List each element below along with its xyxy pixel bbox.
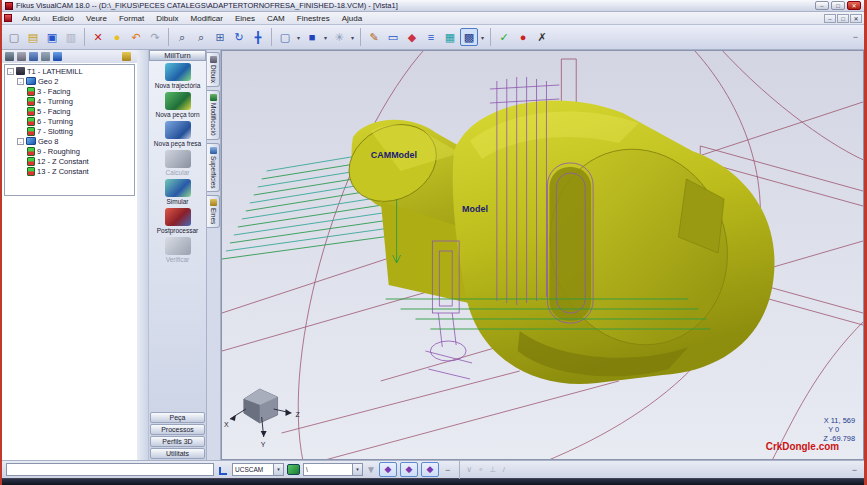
lock-icon[interactable] [122,52,131,61]
tree-op-label[interactable]: 7 - Slotting [37,127,73,136]
menu-eines[interactable]: Eines [229,13,261,24]
menu-format[interactable]: Format [113,13,150,24]
expand-icon[interactable]: - [17,78,24,85]
tab-perfils-3d[interactable]: Perfils 3D [150,436,205,447]
tree-group-label[interactable]: Geo 8 [38,137,58,146]
zoom-window-icon[interactable]: ⌕ [192,28,210,46]
tree-group-label[interactable]: Geo 2 [38,77,58,86]
filter-funnel-icon[interactable]: ▼ [366,464,376,475]
tree-op-row[interactable]: 12 - Z Constant [27,156,134,166]
delete-icon[interactable]: ✕ [89,28,107,46]
cam-tool-icon[interactable]: ◆ [403,28,421,46]
stop-icon[interactable]: ● [514,28,532,46]
tab-superficies[interactable]: Superfícies [207,143,220,193]
expand-icon[interactable]: - [7,68,14,75]
new-toolpath-button[interactable]: Nova trajectòria [149,61,206,90]
tree-op-label[interactable]: 13 - Z Constant [37,167,89,176]
tab-dibuix[interactable]: Dibuix [207,52,220,87]
pan-icon[interactable]: ╋ [249,28,267,46]
minimize-button[interactable]: ‒ [815,1,829,10]
tree-group-row[interactable]: - Geo 8 [15,136,134,146]
menu-arxiu[interactable]: Arxiu [16,13,46,24]
panel-splitter[interactable] [137,50,148,460]
tools-icon[interactable] [17,52,26,61]
maximize-button[interactable]: □ [831,1,845,10]
tree-op-row[interactable]: 7 - Slotting [27,126,134,136]
menu-edicio[interactable]: Edició [46,13,80,24]
zoom-icon[interactable]: ⌕ [173,28,191,46]
tab-utilitats[interactable]: Utilitats [150,448,205,459]
tree-op-row[interactable]: 6 - Turning [27,116,134,126]
plot-icon[interactable] [29,52,38,61]
wireframe-view-icon[interactable]: ▢ [276,28,294,46]
monitor-icon[interactable] [5,52,14,61]
postprocess-machine-icon[interactable]: ▩ [460,28,478,46]
globe-icon[interactable] [41,52,50,61]
simulate-machine-icon[interactable]: ▦ [441,28,459,46]
tree-group-row[interactable]: - Geo 2 [15,76,134,86]
tree-root-row[interactable]: - T1 - LATHEMILL [5,66,134,76]
expand-icon[interactable]: - [17,138,24,145]
view-option-1-button[interactable]: ◆ [379,462,397,477]
report-icon[interactable] [53,52,62,61]
zoom-fit-icon[interactable]: ⊞ [211,28,229,46]
tree-op-row[interactable]: 13 - Z Constant [27,166,134,176]
tree-op-label[interactable]: 6 - Turning [37,117,73,126]
new-lathe-part-button[interactable]: Nova peça torn [149,90,206,119]
tree-op-row[interactable]: 4 - Turning [27,96,134,106]
toolpath-lines-icon[interactable]: ≡ [422,28,440,46]
tree-op-row[interactable]: 9 - Roughing [27,146,134,156]
tree-op-row[interactable]: 5 - Facing [27,106,134,116]
menu-modificar[interactable]: Modificar [185,13,229,24]
menu-ajuda[interactable]: Ajuda [336,13,368,24]
tree-root-label[interactable]: T1 - LATHEMILL [27,67,83,76]
new-file-icon[interactable]: ▢ [5,28,23,46]
measure-icon[interactable]: ✎ [365,28,383,46]
rotate-view-icon[interactable]: ↻ [230,28,248,46]
tab-peca[interactable]: Peça [150,412,205,423]
tree-op-label[interactable]: 4 - Turning [37,97,73,106]
child-minimize-button[interactable]: ‒ [824,14,836,23]
circle-tool-icon[interactable]: ● [108,28,126,46]
stock-box-icon[interactable]: ▭ [384,28,402,46]
shaded-view-icon[interactable]: ■ [303,28,321,46]
menu-cam[interactable]: CAM [261,13,291,24]
render-dropdown-icon[interactable]: ▾ [349,34,356,41]
tree-op-label[interactable]: 3 - Facing [37,87,70,96]
snap-icons[interactable]: ∨ ∘ ⊥ / [466,465,507,474]
statusbar-right-overflow-icon[interactable]: − [849,465,860,475]
tab-eines[interactable]: Eines [207,195,220,228]
layer-combo[interactable]: \ ▾ [303,463,363,476]
layer-dropdown-icon[interactable]: ▾ [352,464,362,475]
toolbar-overflow-icon[interactable]: − [850,32,861,42]
postprocess-button[interactable]: Postprocessar [149,206,206,235]
render-view-icon[interactable]: ✳ [330,28,348,46]
wireframe-dropdown-icon[interactable]: ▾ [295,34,302,41]
menu-finestres[interactable]: Finestres [291,13,336,24]
viewport-3d[interactable]: CAMModel Model X Y [221,50,864,460]
tab-modificacio[interactable]: Modificació [207,90,220,140]
child-restore-button[interactable]: □ [837,14,849,23]
command-input[interactable] [6,463,214,476]
tree-op-label[interactable]: 5 - Facing [37,107,70,116]
view-option-2-button[interactable]: ◆ [400,462,418,477]
open-folder-icon[interactable]: ▤ [24,28,42,46]
cancel-selection-icon[interactable]: ✗ [533,28,551,46]
tree-op-label[interactable]: 12 - Z Constant [37,157,89,166]
ucs-dropdown-icon[interactable]: ▾ [273,464,283,475]
menu-veure[interactable]: Veure [80,13,113,24]
menu-dibuix[interactable]: Dibuix [150,13,184,24]
view-option-3-button[interactable]: ◆ [421,462,439,477]
post-dropdown-icon[interactable]: ▾ [479,34,486,41]
statusbar-overflow-icon[interactable]: − [442,465,453,475]
tree-op-row[interactable]: 3 - Facing [27,86,134,96]
child-close-button[interactable]: ✕ [850,14,862,23]
ucs-combo[interactable]: UCSCAM ▾ [232,463,284,476]
tab-processos[interactable]: Processos [150,424,205,435]
undo-icon[interactable]: ↶ [127,28,145,46]
save-icon[interactable]: ▣ [43,28,61,46]
layers-icon[interactable] [287,464,300,475]
redo-icon[interactable]: ↷ [146,28,164,46]
shaded-dropdown-icon[interactable]: ▾ [322,34,329,41]
print-icon[interactable]: ▥ [62,28,80,46]
